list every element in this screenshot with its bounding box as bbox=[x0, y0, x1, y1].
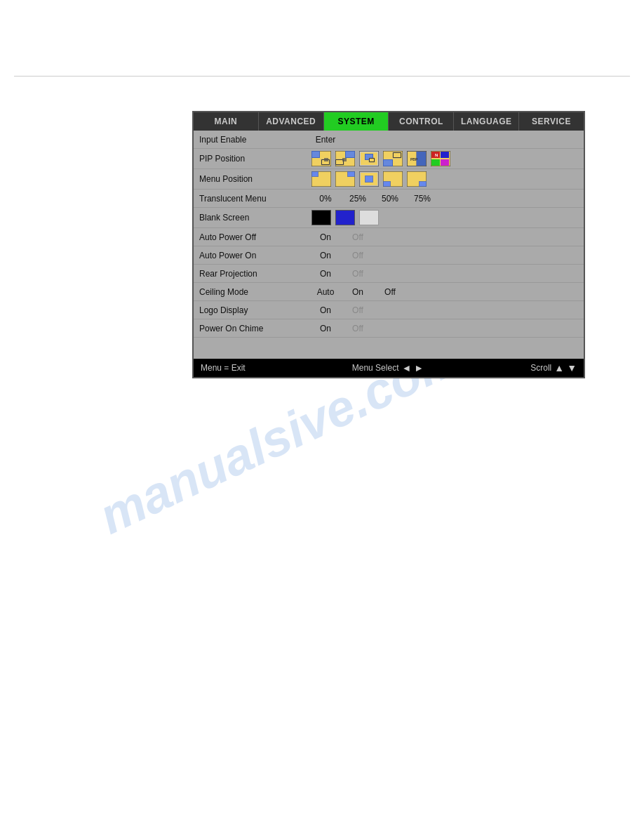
row-empty bbox=[194, 338, 584, 359]
label-auto-power-on: Auto Power On bbox=[199, 251, 311, 260]
pip-icon-5[interactable]: PBP bbox=[407, 151, 427, 166]
label-blank-screen: Blank Screen bbox=[199, 213, 311, 223]
row-blank-screen: Blank Screen bbox=[194, 208, 584, 228]
label-rear-projection: Rear Projection bbox=[199, 269, 311, 279]
osd-container: MAIN ADVANCED SYSTEM CONTROL LANGUAGE SE… bbox=[192, 111, 585, 378]
translucent-50[interactable]: 50% bbox=[376, 194, 404, 204]
mpos-icon-5[interactable] bbox=[407, 171, 427, 187]
cm-auto[interactable]: Auto bbox=[311, 287, 340, 297]
cm-off[interactable]: Off bbox=[376, 287, 404, 297]
arrow-right-icon[interactable]: ► bbox=[414, 362, 424, 373]
pip-icon-6[interactable]: N bbox=[431, 151, 450, 166]
translucent-25[interactable]: 25% bbox=[344, 194, 372, 204]
svg-rect-10 bbox=[336, 160, 343, 164]
label-menu-position: Menu Position bbox=[199, 174, 311, 184]
label-ceiling-mode: Ceiling Mode bbox=[199, 287, 311, 297]
poc-on[interactable]: On bbox=[311, 324, 340, 333]
apon-off[interactable]: Off bbox=[344, 251, 372, 260]
values-translucent-menu: 0% 25% 50% 75% bbox=[311, 194, 578, 204]
mpos-icon-1[interactable] bbox=[311, 171, 331, 187]
svg-rect-11 bbox=[342, 158, 347, 161]
label-power-on-chime: Power On Chime bbox=[199, 324, 311, 333]
values-auto-power-on: On Off bbox=[311, 251, 578, 260]
values-blank-screen bbox=[311, 210, 578, 225]
status-right: Scroll bbox=[530, 363, 551, 373]
tab-service[interactable]: SERVICE bbox=[519, 112, 584, 131]
mpos-icon-2[interactable] bbox=[335, 171, 355, 187]
svg-rect-29 bbox=[441, 152, 449, 158]
svg-rect-2 bbox=[312, 152, 319, 157]
value-enter[interactable]: Enter bbox=[311, 135, 340, 145]
svg-rect-30 bbox=[431, 159, 440, 166]
svg-rect-45 bbox=[384, 182, 390, 186]
rp-on[interactable]: On bbox=[311, 269, 340, 279]
pip-icon-4[interactable] bbox=[383, 151, 403, 166]
tab-control[interactable]: CONTROL bbox=[389, 112, 454, 131]
translucent-0[interactable]: 0% bbox=[311, 194, 340, 204]
label-pip-position: PIP Position bbox=[199, 154, 311, 164]
svg-rect-8 bbox=[346, 152, 354, 157]
values-power-on-chime: On Off bbox=[311, 324, 578, 333]
tab-language[interactable]: LANGUAGE bbox=[454, 112, 519, 131]
values-menu-position[interactable] bbox=[311, 171, 578, 187]
values-pip-position[interactable]: PBP N bbox=[311, 151, 578, 166]
row-logo-display: Logo Display On Off bbox=[194, 301, 584, 319]
row-ceiling-mode: Ceiling Mode Auto On Off bbox=[194, 283, 584, 301]
row-input-enable: Input Enable Enter bbox=[194, 131, 584, 149]
row-rear-projection: Rear Projection On Off bbox=[194, 265, 584, 283]
values-auto-power-off: On Off bbox=[311, 232, 578, 242]
label-logo-display: Logo Display bbox=[199, 305, 311, 315]
svg-rect-31 bbox=[441, 159, 449, 166]
svg-rect-17 bbox=[370, 159, 374, 161]
row-auto-power-off: Auto Power Off On Off bbox=[194, 228, 584, 246]
row-menu-position: Menu Position bbox=[194, 169, 584, 190]
svg-rect-5 bbox=[324, 158, 328, 161]
ld-on[interactable]: On bbox=[311, 305, 340, 315]
mpos-icon-3[interactable] bbox=[359, 171, 379, 187]
status-bar: Menu = Exit Menu Select ◄ ► Scroll ▲ ▼ bbox=[194, 359, 584, 377]
values-rear-projection: On Off bbox=[311, 269, 578, 279]
tab-advanced[interactable]: ADVANCED bbox=[259, 112, 324, 131]
values-input-enable: Enter bbox=[311, 135, 578, 145]
label-input-enable: Input Enable bbox=[199, 135, 311, 145]
svg-rect-35 bbox=[312, 172, 318, 176]
top-rule bbox=[14, 76, 630, 77]
apo-off[interactable]: Off bbox=[344, 232, 372, 242]
mpos-icon-4[interactable] bbox=[383, 171, 403, 187]
page: manualsive.com MAIN ADVANCED SYSTEM CONT… bbox=[0, 0, 644, 834]
blank-white[interactable] bbox=[359, 210, 379, 225]
ld-off[interactable]: Off bbox=[344, 305, 372, 315]
tab-bar: MAIN ADVANCED SYSTEM CONTROL LANGUAGE SE… bbox=[194, 112, 584, 131]
values-logo-display: On Off bbox=[311, 305, 578, 315]
row-auto-power-on: Auto Power On On Off bbox=[194, 246, 584, 265]
label-auto-power-off: Auto Power Off bbox=[199, 232, 311, 242]
rp-off[interactable]: Off bbox=[344, 269, 372, 279]
arrow-down-icon[interactable]: ▼ bbox=[567, 362, 577, 373]
poc-off[interactable]: Off bbox=[344, 324, 372, 333]
pip-icon-3[interactable] bbox=[359, 151, 379, 166]
svg-rect-22 bbox=[394, 153, 401, 157]
svg-rect-38 bbox=[348, 172, 354, 176]
pip-icon-2[interactable] bbox=[335, 151, 355, 166]
tab-system[interactable]: SYSTEM bbox=[324, 112, 389, 131]
svg-rect-42 bbox=[365, 176, 373, 182]
arrow-left-icon[interactable]: ◄ bbox=[401, 362, 411, 373]
row-translucent-menu: Translucent Menu 0% 25% 50% 75% bbox=[194, 190, 584, 208]
cm-on[interactable]: On bbox=[344, 287, 372, 297]
svg-text:N: N bbox=[435, 153, 438, 157]
svg-rect-25 bbox=[417, 152, 426, 166]
svg-rect-48 bbox=[420, 182, 426, 186]
status-center: Menu Select bbox=[352, 363, 399, 373]
row-power-on-chime: Power On Chime On Off bbox=[194, 319, 584, 338]
blank-black[interactable] bbox=[311, 210, 331, 225]
tab-main[interactable]: MAIN bbox=[194, 112, 259, 131]
arrow-up-icon[interactable]: ▲ bbox=[554, 362, 564, 373]
translucent-75[interactable]: 75% bbox=[408, 194, 436, 204]
pip-icon-1[interactable] bbox=[311, 151, 331, 166]
apon-on[interactable]: On bbox=[311, 251, 340, 260]
row-pip-position: PIP Position bbox=[194, 149, 584, 169]
values-ceiling-mode: Auto On Off bbox=[311, 287, 578, 297]
blank-blue[interactable] bbox=[335, 210, 355, 225]
apo-on[interactable]: On bbox=[311, 232, 340, 242]
label-translucent-menu: Translucent Menu bbox=[199, 194, 311, 204]
